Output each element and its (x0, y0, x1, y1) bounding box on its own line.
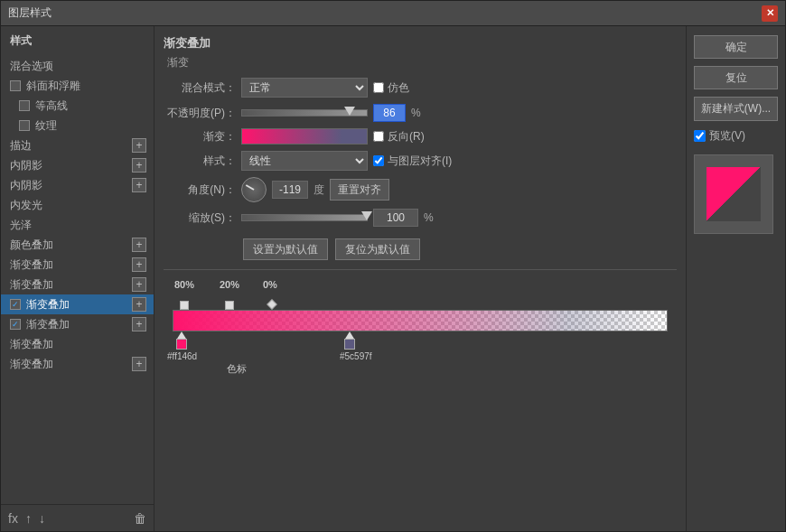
confirm-btn[interactable]: 确定 (694, 35, 778, 59)
reset-btn[interactable]: 复位 (694, 66, 778, 89)
sidebar-item-inner-shadow-2[interactable]: 内阴影 + (1, 175, 154, 195)
reset-align-btn[interactable]: 重置对齐 (330, 179, 389, 201)
sidebar-item-contour[interactable]: 等高线 (1, 96, 154, 116)
sidebar-item-blending[interactable]: 混合选项 (1, 56, 154, 76)
bottom-stop-1-arrow (177, 331, 186, 339)
bottom-stop-1-color (176, 339, 187, 350)
gradient-preview-inner (242, 129, 367, 144)
sidebar-item-gradient-overlay-5[interactable]: 渐变叠加 (1, 334, 154, 354)
angle-dial[interactable] (241, 177, 267, 202)
new-style-btn[interactable]: 新建样式(W)... (694, 97, 778, 121)
preview-label: 预览(V) (709, 128, 745, 144)
gradient-bar[interactable] (173, 310, 668, 331)
bottom-stop-2-label: #5c597f (340, 351, 372, 361)
scale-slider-thumb[interactable] (361, 211, 372, 220)
gradient-overlay-2-plus-btn[interactable]: + (132, 277, 146, 292)
move-up-icon[interactable]: ↑ (25, 511, 32, 526)
gradient-overlay-3-plus-btn[interactable]: + (132, 297, 146, 312)
stroke-plus-btn[interactable]: + (132, 138, 146, 153)
stop-marker-80[interactable] (180, 301, 189, 310)
sidebar-item-inner-glow[interactable]: 内发光 (1, 195, 154, 215)
opacity-slider-thumb[interactable] (344, 107, 355, 116)
gradient-label: 渐变： (164, 129, 236, 145)
styles-title: 样式 (1, 26, 154, 52)
sidebar-item-satin[interactable]: 光泽 (1, 215, 154, 235)
gradient-row: 渐变： 反向(R) (164, 128, 677, 145)
scale-slider-container (241, 214, 368, 221)
stop-label-0: 0% (263, 279, 277, 290)
opacity-slider-container (241, 109, 368, 117)
default-buttons: 设置为默认值 复位为默认值 (243, 238, 677, 260)
opacity-label: 不透明度(P)： (164, 106, 236, 121)
bottom-stop-1-label: #ff146d (167, 351, 197, 361)
gradient-overlay-2-label: 渐变叠加 (10, 277, 53, 293)
angle-row: 角度(N)： -119 度 重置对齐 (164, 177, 677, 202)
bottom-stop-2[interactable]: #5c597f (344, 331, 355, 350)
style-list[interactable]: 混合选项 斜面和浮雕 等高线 纹理 描 (1, 52, 154, 504)
color-overlay-plus-btn[interactable]: + (132, 238, 146, 252)
sidebar-item-gradient-overlay-4[interactable]: 渐变叠加 + (1, 314, 154, 334)
sidebar-item-gradient-overlay-1[interactable]: 渐变叠加 + (1, 255, 154, 275)
contour-label: 等高线 (35, 98, 68, 114)
left-panel-bottom: fx ↑ ↓ 🗑 (1, 504, 154, 531)
sidebar-item-stroke[interactable]: 描边 + (1, 135, 154, 155)
stop-marker-0[interactable] (267, 299, 276, 309)
bottom-stop-1[interactable]: #ff146d (176, 331, 187, 350)
simulate-checkbox[interactable] (373, 82, 384, 93)
gradient-overlay-3-checkbox[interactable] (10, 299, 21, 310)
stop-marker-20[interactable] (225, 301, 234, 310)
bevel-checkbox[interactable] (10, 80, 21, 91)
reverse-label: 反向(R) (373, 129, 425, 145)
gradient-preview[interactable] (241, 128, 368, 145)
dialog-title: 图层样式 (8, 5, 51, 21)
blend-mode-select[interactable]: 正常 溶解 正片叠底 (241, 78, 368, 98)
opacity-input[interactable]: 86 (373, 104, 406, 122)
contour-checkbox[interactable] (19, 100, 30, 111)
gradient-overlay-6-plus-btn[interactable]: + (132, 357, 146, 371)
angle-input[interactable]: -119 (272, 181, 308, 199)
set-default-btn[interactable]: 设置为默认值 (243, 238, 328, 260)
sidebar-item-inner-shadow-1[interactable]: 内阴影 + (1, 155, 154, 175)
sidebar-item-gradient-overlay-3[interactable]: 渐变叠加 + (1, 294, 154, 314)
angle-label: 角度(N)： (164, 182, 236, 198)
gradient-overlay-4-checkbox[interactable] (10, 319, 21, 330)
bottom-stop-2-arrow (345, 331, 354, 339)
inner-shadow-2-label: 内阴影 (10, 178, 42, 193)
texture-label: 纹理 (35, 118, 57, 134)
opacity-row: 不透明度(P)： 86 % (164, 104, 677, 122)
fx-icon[interactable]: fx (8, 511, 18, 526)
inner-shadow-1-label: 内阴影 (10, 158, 42, 173)
scale-slider-track[interactable] (241, 214, 368, 221)
scale-input[interactable]: 100 (373, 209, 418, 227)
sidebar-item-bevel[interactable]: 斜面和浮雕 (1, 76, 154, 96)
gradient-overlay-4-plus-btn[interactable]: + (132, 317, 146, 331)
sidebar-item-texture[interactable]: 纹理 (1, 116, 154, 135)
close-button[interactable]: ✕ (762, 5, 778, 22)
blending-label: 混合选项 (10, 59, 53, 74)
inner-shadow-1-plus-btn[interactable]: + (132, 158, 146, 173)
sidebar-item-gradient-overlay-6[interactable]: 渐变叠加 + (1, 354, 154, 374)
inner-glow-label: 内发光 (10, 198, 42, 213)
inner-shadow-2-plus-btn[interactable]: + (132, 178, 146, 192)
color-overlay-label: 颜色叠加 (10, 238, 53, 253)
reset-default-btn[interactable]: 复位为默认值 (335, 238, 420, 260)
gradient-top-stops: 80% 20% 0% (173, 279, 668, 310)
gradient-overlay-3-label: 渐变叠加 (26, 297, 70, 313)
style-select[interactable]: 线性 径向 角度 反射 菱形 (241, 151, 368, 171)
texture-checkbox[interactable] (19, 120, 30, 131)
main-content: 样式 混合选项 斜面和浮雕 等高线 纹理 (1, 26, 785, 531)
scale-unit: % (424, 211, 434, 224)
delete-icon[interactable]: 🗑 (134, 511, 146, 526)
gradient-overlay-1-plus-btn[interactable]: + (132, 257, 146, 272)
stop-label-20: 20% (220, 279, 239, 290)
reverse-checkbox[interactable] (373, 131, 384, 142)
align-text: 与图层对齐(I) (388, 154, 452, 169)
sidebar-item-color-overlay[interactable]: 颜色叠加 + (1, 235, 154, 255)
move-down-icon[interactable]: ↓ (39, 511, 45, 526)
opacity-slider-track[interactable] (241, 109, 368, 117)
preview-checkbox[interactable] (694, 130, 706, 142)
align-checkbox[interactable] (373, 155, 384, 166)
sidebar-item-gradient-overlay-2[interactable]: 渐变叠加 + (1, 275, 154, 294)
gradient-bottom-stops: #ff146d #5c597f 色标 (173, 331, 668, 377)
gradient-editor: 80% 20% 0% (164, 269, 677, 377)
